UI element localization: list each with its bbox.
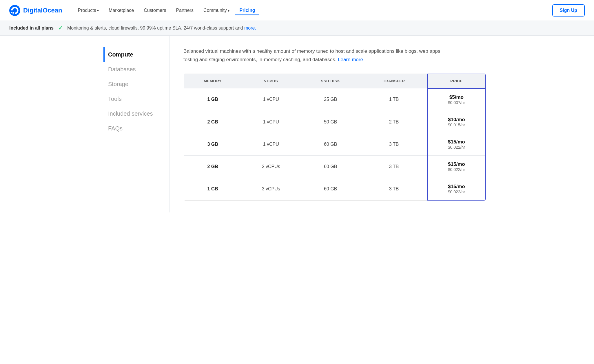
cell-transfer: 3 TB (361, 178, 427, 200)
pricing-table: MEMORY VCPUS SSD DISK TRANSFER PRICE 1 G… (183, 73, 486, 201)
cell-ssd: 25 GB (300, 88, 361, 111)
svg-rect-2 (11, 12, 12, 13)
cell-vcpus: 3 vCPUs (242, 178, 300, 200)
price-monthly: $15/mo (434, 161, 479, 167)
price-hourly: $0.022/hr (434, 190, 479, 194)
nav-products[interactable]: Products (74, 6, 103, 15)
sidebar-item-tools[interactable]: Tools (103, 92, 160, 106)
price-hourly: $0.007/hr (434, 100, 479, 105)
cell-memory: 2 GB (184, 155, 242, 178)
cell-transfer: 2 TB (361, 111, 427, 133)
cell-ssd: 60 GB (300, 155, 361, 178)
logo-link[interactable]: DigitalOcean (9, 5, 62, 16)
col-header-transfer: TRANSFER (361, 74, 427, 88)
cell-ssd: 50 GB (300, 111, 361, 133)
cell-transfer: 3 TB (361, 133, 427, 155)
nav-customers[interactable]: Customers (140, 6, 170, 15)
price-hourly: $0.022/hr (434, 167, 479, 172)
sidebar-item-storage[interactable]: Storage (103, 77, 160, 92)
price-monthly: $10/mo (434, 117, 479, 123)
price-hourly: $0.015/hr (434, 123, 479, 127)
table-row: 3 GB 1 vCPU 60 GB 3 TB $15/mo $0.022/hr (184, 133, 486, 155)
cell-price[interactable]: $10/mo $0.015/hr (427, 111, 485, 133)
price-monthly: $15/mo (434, 139, 479, 145)
main-content: Balanced virtual machines with a healthy… (170, 36, 500, 212)
signup-button[interactable]: Sign Up (552, 4, 585, 17)
navbar: DigitalOcean Products Marketplace Custom… (0, 0, 594, 21)
cell-vcpus: 1 vCPU (242, 133, 300, 155)
svg-rect-3 (12, 13, 14, 14)
col-header-price: PRICE (427, 74, 485, 88)
check-icon: ✓ (58, 25, 63, 31)
col-header-ssd: SSD DISK (300, 74, 361, 88)
svg-point-0 (9, 5, 20, 16)
nav-community[interactable]: Community (199, 6, 234, 15)
price-hourly: $0.022/hr (434, 145, 479, 150)
cell-transfer: 3 TB (361, 155, 427, 178)
cell-memory: 1 GB (184, 178, 242, 200)
cell-transfer: 1 TB (361, 88, 427, 111)
cell-vcpus: 1 vCPU (242, 111, 300, 133)
cell-vcpus: 1 vCPU (242, 88, 300, 111)
cell-price[interactable]: $15/mo $0.022/hr (427, 133, 485, 155)
banner-more-link[interactable]: more. (244, 26, 256, 30)
cell-price[interactable]: $15/mo $0.022/hr (427, 155, 485, 178)
price-monthly: $5/mo (434, 94, 479, 100)
sidebar-item-faqs[interactable]: FAQs (103, 121, 160, 136)
table-row: 1 GB 1 vCPU 25 GB 1 TB $5/mo $0.007/hr (184, 88, 486, 111)
table-row: 1 GB 3 vCPUs 60 GB 3 TB $15/mo $0.022/hr (184, 178, 486, 200)
banner-text: Monitoring & alerts, cloud firewalls, 99… (67, 26, 256, 31)
logo-icon (9, 5, 20, 16)
nav-links: Products Marketplace Customers Partners … (74, 6, 552, 15)
cell-memory: 3 GB (184, 133, 242, 155)
sidebar-item-databases[interactable]: Databases (103, 62, 160, 77)
price-monthly: $15/mo (434, 184, 479, 190)
svg-rect-1 (12, 12, 14, 13)
section-description: Balanced virtual machines with a healthy… (183, 47, 444, 64)
table-header-row: MEMORY VCPUS SSD DISK TRANSFER PRICE (184, 74, 486, 88)
cell-ssd: 60 GB (300, 178, 361, 200)
main-layout: Compute Databases Storage Tools Included… (94, 36, 500, 212)
nav-marketplace[interactable]: Marketplace (105, 6, 138, 15)
cell-ssd: 60 GB (300, 133, 361, 155)
col-header-vcpus: VCPUS (242, 74, 300, 88)
sidebar: Compute Databases Storage Tools Included… (94, 36, 170, 212)
col-header-memory: MEMORY (184, 74, 242, 88)
logo-text: DigitalOcean (23, 7, 62, 14)
cell-price[interactable]: $5/mo $0.007/hr (427, 88, 485, 111)
banner-label: Included in all plans (9, 26, 54, 31)
cell-memory: 1 GB (184, 88, 242, 111)
included-banner: Included in all plans ✓ Monitoring & ale… (0, 21, 594, 36)
cell-memory: 2 GB (184, 111, 242, 133)
nav-partners[interactable]: Partners (172, 6, 197, 15)
cell-vcpus: 2 vCPUs (242, 155, 300, 178)
table-row: 2 GB 1 vCPU 50 GB 2 TB $10/mo $0.015/hr (184, 111, 486, 133)
cell-price[interactable]: $15/mo $0.022/hr (427, 178, 485, 200)
sidebar-item-included-services[interactable]: Included services (103, 106, 160, 121)
table-row: 2 GB 2 vCPUs 60 GB 3 TB $15/mo $0.022/hr (184, 155, 486, 178)
sidebar-item-compute[interactable]: Compute (103, 47, 160, 62)
learn-more-link[interactable]: Learn more (338, 57, 363, 62)
nav-pricing[interactable]: Pricing (235, 6, 259, 15)
